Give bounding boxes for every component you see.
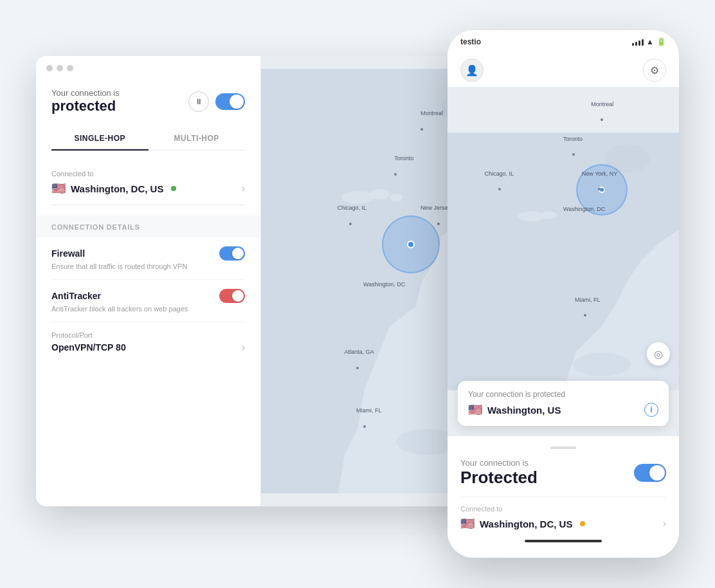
connection-header: Your connection is protected ⏸ xyxy=(51,88,245,115)
atlanta-label: Atlanta, GA xyxy=(345,349,374,355)
protocol-label: Protocol/Port xyxy=(51,331,245,339)
chicago-dot xyxy=(349,223,352,225)
newjersey-dot xyxy=(437,223,440,225)
washington-label: Washington, DC xyxy=(363,281,405,288)
mobile-time: testio xyxy=(460,37,481,46)
connection-status-text: Your connection is protected xyxy=(51,88,120,115)
montreal-dot xyxy=(421,128,423,131)
signal-bars xyxy=(632,38,644,46)
signal-bar-3 xyxy=(638,41,640,46)
chicago-label: Chicago, IL xyxy=(337,205,367,211)
protocol-value: OpenVPN/TCP 80 xyxy=(51,342,126,353)
protocol-item[interactable]: Protocol/Port OpenVPN/TCP 80 › xyxy=(51,322,245,362)
svg-point-9 xyxy=(541,212,557,219)
desktop-window: Your connection is protected ⏸ SINGLE-HO… xyxy=(36,56,499,506)
card-location-text: Washington, US xyxy=(487,405,561,416)
washington-bubble xyxy=(382,216,440,273)
protocol-chevron: › xyxy=(242,342,245,353)
swipe-indicator xyxy=(550,446,576,449)
mobile-bottom-panel: Your connection is Protected Connected t… xyxy=(448,436,679,558)
left-panel: Your connection is protected ⏸ SINGLE-HO… xyxy=(36,56,261,506)
window-dot-3 xyxy=(67,65,73,71)
mobile-status-label: Your connection is xyxy=(460,458,538,468)
online-indicator xyxy=(171,186,176,191)
miami-label: Miami, FL xyxy=(356,407,382,414)
card-location: 🇺🇸 Washington, US xyxy=(468,403,561,417)
mobile-online-dot xyxy=(580,521,585,526)
m-miami-label: Miami, FL xyxy=(575,297,601,303)
mobile-connection-header: Your connection is Protected xyxy=(460,458,666,488)
location-info: 🇺🇸 Washington, DC, US xyxy=(51,181,176,196)
info-button[interactable]: i xyxy=(644,403,658,417)
single-hop-tab[interactable]: SINGLE-HOP xyxy=(51,127,149,151)
mobile-connection-toggle[interactable] xyxy=(634,464,666,482)
toronto-label: Toronto xyxy=(394,155,413,161)
svg-point-2 xyxy=(341,191,374,204)
card-flag: 🇺🇸 xyxy=(468,403,482,417)
connection-card: Your connection is protected 🇺🇸 Washingt… xyxy=(458,381,669,426)
svg-point-10 xyxy=(573,353,631,376)
svg-point-3 xyxy=(370,189,390,199)
montreal-label: Montreal xyxy=(421,110,443,116)
pause-button[interactable]: ⏸ xyxy=(188,91,209,112)
atlanta-dot xyxy=(356,367,359,369)
firewall-toggle[interactable] xyxy=(219,246,245,261)
battery-icon: 🔋 xyxy=(656,37,666,46)
status-bar-right: ▲ 🔋 xyxy=(632,37,666,46)
connected-location-row[interactable]: 🇺🇸 Washington, DC, US › xyxy=(51,181,245,196)
svg-point-8 xyxy=(518,212,544,222)
antitracker-header: AntiTracker xyxy=(51,289,245,303)
mobile-map: Montreal Toronto Chicago, IL New York, N… xyxy=(448,87,679,436)
connection-toggle[interactable] xyxy=(215,93,245,110)
multi-hop-tab[interactable]: MULTI-HOP xyxy=(149,127,246,150)
mobile-status-bar: testio ▲ 🔋 xyxy=(448,30,679,53)
firewall-desc: Ensure that all traffic is routed throug… xyxy=(51,262,245,270)
signal-bar-4 xyxy=(642,39,644,46)
protocol-row: OpenVPN/TCP 80 › xyxy=(51,342,245,353)
antitracker-toggle[interactable] xyxy=(219,289,245,303)
m-washington-label: Washington, DC xyxy=(563,206,605,212)
mobile-connected-row[interactable]: 🇺🇸 Washington, DC, US › xyxy=(460,517,666,531)
mobile-header: 👤 ⚙ xyxy=(448,53,679,87)
mobile-location-chevron: › xyxy=(663,518,666,529)
mobile-location-info: 🇺🇸 Washington, DC, US xyxy=(460,517,585,531)
header-controls: ⏸ xyxy=(188,91,245,112)
location-chevron: › xyxy=(242,183,245,194)
hop-tabs: SINGLE-HOP MULTI-HOP xyxy=(51,127,245,151)
signal-bar-1 xyxy=(632,43,634,46)
gear-icon: ⚙ xyxy=(650,64,659,77)
connection-details-title: CONNECTION DETAILS xyxy=(36,216,260,237)
m-montreal-dot xyxy=(601,118,603,121)
mobile-flag: 🇺🇸 xyxy=(460,517,475,531)
avatar-button[interactable]: 👤 xyxy=(460,59,484,82)
m-montreal-label: Montreal xyxy=(591,101,613,107)
us-flag: 🇺🇸 xyxy=(51,181,66,196)
firewall-name: Firewall xyxy=(51,248,85,259)
firewall-item: Firewall Ensure that all traffic is rout… xyxy=(51,237,245,280)
window-dot-2 xyxy=(57,65,63,71)
mobile-device: testio ▲ 🔋 👤 ⚙ xyxy=(448,30,679,558)
mobile-connected-label: Connected to xyxy=(460,505,666,513)
antitracker-name: AntiTracker xyxy=(51,291,101,301)
signal-bar-2 xyxy=(635,42,637,46)
avatar-icon: 👤 xyxy=(466,64,478,77)
target-button[interactable]: ◎ xyxy=(647,342,670,365)
scene: Your connection is protected ⏸ SINGLE-HO… xyxy=(36,30,679,558)
antitracker-item: AntiTracker AntiTracker block all tracke… xyxy=(51,280,245,322)
m-toronto-label: Toronto xyxy=(563,136,583,142)
card-protected-text: Your connection is protected xyxy=(468,390,658,399)
mobile-status-area: Your connection is Protected xyxy=(460,458,538,488)
washington-dot xyxy=(407,241,415,248)
desktop-status-value: protected xyxy=(51,98,120,115)
antitracker-desc: AntiTracker block all trackers on web pa… xyxy=(51,305,245,313)
m-chicago-label: Chicago, IL xyxy=(485,170,514,177)
firewall-header: Firewall xyxy=(51,246,245,261)
window-dots xyxy=(46,65,73,71)
svg-point-4 xyxy=(390,194,403,201)
connected-to-section: Connected to 🇺🇸 Washington, DC, US › xyxy=(51,161,245,205)
connected-label: Connected to xyxy=(51,170,245,178)
settings-button[interactable]: ⚙ xyxy=(643,59,666,82)
mobile-status-value: Protected xyxy=(460,468,538,488)
mobile-location-text: Washington, DC, US xyxy=(480,519,572,529)
window-dot-1 xyxy=(46,65,53,71)
